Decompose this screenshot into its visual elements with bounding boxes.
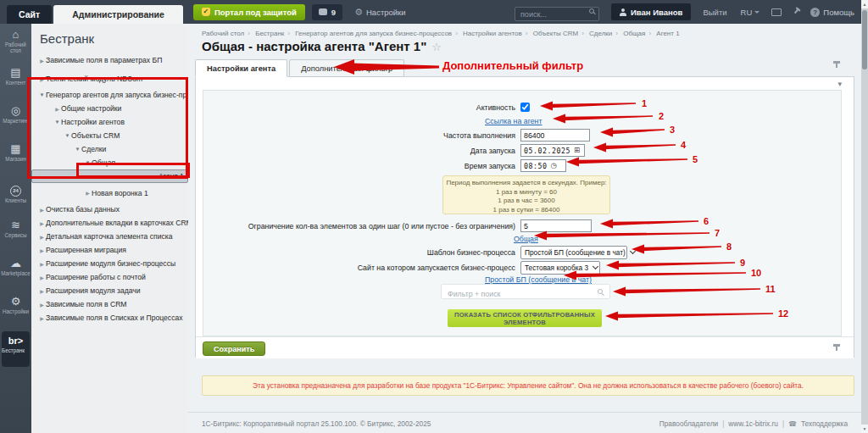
start-time-input[interactable]: 08:50 ◷ bbox=[520, 159, 566, 172]
rail-item-marketplace[interactable]: ☁ Marketplace bbox=[0, 253, 31, 291]
breadcrumb-item[interactable]: Рабочий стол bbox=[202, 30, 244, 37]
breadcrumb-item[interactable]: Настройки агентов bbox=[463, 30, 522, 37]
menu-item[interactable]: Дополнительные вкладки в карточках CRM bbox=[31, 216, 188, 230]
menu-item[interactable]: Зависимые поля в Списках и Процессах bbox=[31, 311, 188, 325]
scrollbar[interactable]: ▲ ▼ bbox=[861, 0, 868, 433]
tab-administration[interactable]: Администрирование bbox=[53, 5, 183, 24]
menu-item[interactable]: Объекты CRM bbox=[31, 129, 188, 142]
menu-item[interactable]: Общая bbox=[31, 156, 188, 169]
menu-label: Детальная карточка элемента списка bbox=[46, 232, 173, 241]
scroll-down-icon[interactable]: ▼ bbox=[861, 425, 868, 433]
rail-item-bestrank[interactable]: br> Бестранк bbox=[2, 331, 30, 367]
site-select[interactable]: Тестовая коробка 3 bbox=[520, 261, 600, 275]
notifications-button[interactable]: 9 bbox=[312, 4, 342, 20]
calendar-icon[interactable]: ⊞ bbox=[574, 147, 580, 154]
row-agent-link: Ссылка на агент bbox=[203, 117, 841, 125]
agent-link[interactable]: Ссылка на агент bbox=[485, 117, 542, 125]
menu-item[interactable]: Настройки агентов bbox=[31, 115, 188, 129]
menu-label: Расширение работы с почтой bbox=[46, 273, 146, 281]
group-link[interactable]: Общая bbox=[514, 235, 538, 243]
collapse-arrow-icon bbox=[38, 58, 46, 64]
save-button[interactable]: Сохранить bbox=[203, 341, 265, 356]
menu-label: Зависимые поля в параметрах БП bbox=[46, 56, 162, 64]
menu-label: Сделки bbox=[81, 145, 106, 153]
tab-agent-settings[interactable]: Настройки агента bbox=[195, 59, 287, 77]
portal-protected-button[interactable]: ✓ Портал под защитой bbox=[193, 4, 305, 20]
help-button[interactable]: ? Помощь bbox=[810, 8, 854, 17]
language-selector[interactable]: RU bbox=[741, 8, 760, 17]
template-select[interactable]: Простой БП (сообщение в чат) bbox=[520, 246, 627, 259]
breadcrumb-item[interactable]: Сделки bbox=[589, 30, 612, 37]
limit-input[interactable] bbox=[520, 219, 592, 232]
menu-item-agent-generator[interactable]: Генератор агентов для запуска бизнес-про… bbox=[31, 88, 188, 102]
target-icon: ◎ bbox=[0, 104, 31, 117]
rail-item-marketing[interactable]: ◎ Маркетинг bbox=[0, 100, 31, 138]
menu-item[interactable]: Сделки bbox=[31, 142, 188, 156]
menu-item[interactable]: Детальная карточка элемента списка bbox=[31, 230, 188, 243]
menu-item[interactable]: Зависимые поля в параметрах БП bbox=[31, 51, 188, 69]
collapse-chevron-icon[interactable]: ▾ bbox=[837, 80, 842, 88]
menu-item[interactable]: Новая воронка 1 bbox=[31, 183, 188, 203]
menu-item[interactable]: Технический модуль NBCom bbox=[31, 69, 188, 88]
scroll-up-icon[interactable]: ▲ bbox=[861, 0, 868, 8]
menu-item-agent-1[interactable]: Агент 1 bbox=[31, 169, 188, 183]
note-line: 1 раз в сутки = 86400 bbox=[443, 206, 609, 215]
rail-label: Рабочий стол bbox=[0, 42, 31, 53]
frequency-label: Частота выполнения bbox=[203, 131, 520, 140]
row-start-date: Дата запуска 05.02.2025 ⊞ bbox=[203, 144, 841, 157]
rail-item-services[interactable]: ≋ Сервисы bbox=[0, 214, 31, 253]
rail-item-shop[interactable]: ▦ Магазин bbox=[0, 138, 31, 176]
frequency-input[interactable] bbox=[520, 129, 590, 142]
breadcrumb-item[interactable]: Бестранк bbox=[255, 30, 284, 37]
breadcrumb-item[interactable]: Агент 1 bbox=[656, 30, 679, 37]
start-date-input[interactable]: 05.02.2025 ⊞ bbox=[520, 144, 585, 157]
top-bar: Сайт Администрирование ✓ Портал под защи… bbox=[0, 0, 868, 24]
support-link[interactable]: Техподдержка bbox=[801, 419, 848, 428]
rights-link[interactable]: Правообладатели bbox=[659, 419, 718, 428]
site-label: Сайт на котором запускается бизнес-проце… bbox=[203, 264, 520, 272]
breadcrumb-separator-icon: › bbox=[526, 30, 528, 37]
menu-item[interactable]: Расширения модуля задачи bbox=[31, 284, 188, 297]
menu-item[interactable]: Зависимые поля в CRM bbox=[31, 297, 188, 311]
tab-additional-filter[interactable]: Дополнительный фильтр bbox=[289, 59, 404, 77]
menu-label: Объекты CRM bbox=[71, 131, 120, 140]
breadcrumb-item[interactable]: Генератор агентов для запуска бизнес-про… bbox=[295, 30, 452, 37]
favorite-star-icon[interactable]: ☆ bbox=[431, 41, 442, 53]
pin-form-top-icon[interactable] bbox=[832, 61, 841, 70]
clock-icon[interactable]: ◷ bbox=[550, 162, 556, 169]
activity-checkbox[interactable] bbox=[520, 103, 530, 112]
breadcrumb-item[interactable]: Общая bbox=[623, 30, 645, 37]
menu-label: Генератор агентов для запуска бизнес-про… bbox=[46, 91, 188, 99]
menu-item[interactable]: Общие настройки bbox=[31, 102, 188, 115]
page-title: Общая - настройка агента "Агент 1"☆ bbox=[202, 39, 442, 53]
menu-item[interactable]: Расширение модуля бизнес-процессы bbox=[31, 257, 188, 270]
desktop-view-icon[interactable] bbox=[771, 8, 782, 16]
rail-item-clients[interactable]: 24 Клиенты bbox=[0, 176, 31, 214]
pin-topbar-icon[interactable] bbox=[790, 6, 802, 18]
show-filtered-list-button[interactable]: ПОКАЗАТЬ СПИСОК ОТФИЛЬТРОВАННЫХ ЭЛЕМЕНТО… bbox=[448, 309, 602, 327]
menu-item[interactable]: Очистка базы данных bbox=[31, 203, 188, 216]
breadcrumb: Рабочий стол› Бестранк› Генератор агенто… bbox=[202, 30, 680, 37]
user-menu-button[interactable]: Иван Иванов bbox=[611, 3, 691, 20]
rail-item-content[interactable]: ▤ Контент bbox=[0, 62, 31, 100]
rail-item-desktop[interactable]: ⌂ Рабочий стол bbox=[0, 24, 31, 62]
breadcrumb-item[interactable]: Объекты CRM bbox=[533, 30, 578, 37]
menu-item[interactable]: Расширение работы с почтой bbox=[31, 270, 188, 284]
collapse-arrow-icon bbox=[38, 207, 46, 213]
search-input[interactable] bbox=[515, 7, 599, 21]
expand-arrow-icon bbox=[84, 160, 92, 165]
filter-search-input[interactable] bbox=[442, 287, 609, 301]
menu-label: Дополнительные вкладки в карточках CRM bbox=[46, 219, 188, 227]
rail-item-settings[interactable]: ⚙ Настройки bbox=[0, 291, 31, 329]
bp-template-link[interactable]: Простой БП (сообщение в чат) bbox=[485, 275, 592, 284]
rail-label: Маркетинг bbox=[0, 118, 31, 124]
module-title: Бестранк bbox=[31, 24, 188, 51]
topbar-settings-button[interactable]: ⚙ Настройки bbox=[354, 7, 405, 18]
scrollbar-thumb[interactable] bbox=[862, 10, 867, 69]
pin-form-bottom-icon[interactable] bbox=[832, 344, 841, 353]
activity-label: Активность bbox=[203, 103, 520, 112]
menu-item[interactable]: Расширенная миграция bbox=[31, 243, 188, 257]
bitrix-site-link[interactable]: www.1c-bitrix.ru bbox=[728, 419, 778, 428]
tab-site[interactable]: Сайт bbox=[7, 5, 52, 24]
logout-link[interactable]: Выйти bbox=[703, 8, 726, 17]
